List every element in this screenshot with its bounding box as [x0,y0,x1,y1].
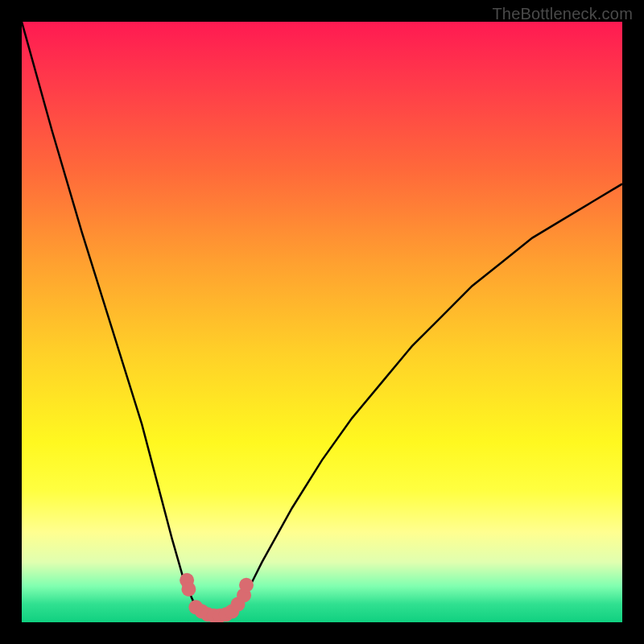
chart-svg [22,22,622,622]
watermark-text: TheBottleneck.com [492,5,633,23]
marker-dot [239,578,254,592]
plot-area [22,22,622,622]
marker-dot [181,582,196,597]
curve-path [22,22,622,617]
bottleneck-curve [22,22,622,617]
